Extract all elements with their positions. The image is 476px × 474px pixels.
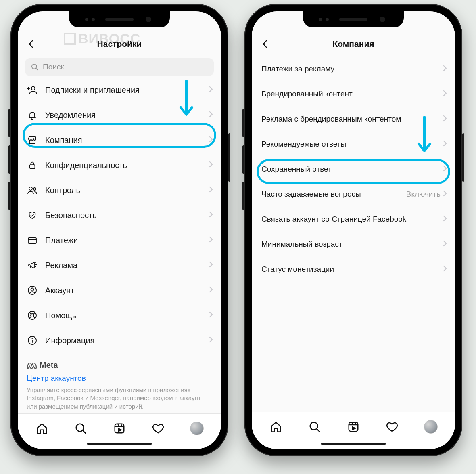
menu-item-ad-payments[interactable]: Платежи за рекламу bbox=[252, 57, 455, 82]
menu-item-supervision[interactable]: Контроль bbox=[18, 178, 221, 203]
menu-item-security[interactable]: Безопасность bbox=[18, 203, 221, 228]
reels-icon bbox=[113, 422, 125, 434]
chevron-right-icon bbox=[209, 136, 213, 144]
menu-label: Уведомления bbox=[45, 111, 202, 120]
screen-right: Компания Платежи за рекламу Брендированн… bbox=[252, 11, 455, 449]
content-left: Настройки Поиск Подписки и приглашения bbox=[18, 11, 221, 413]
chevron-right-icon bbox=[443, 140, 447, 148]
tab-profile[interactable] bbox=[188, 419, 206, 437]
reels-icon bbox=[347, 421, 359, 433]
menu-item-privacy[interactable]: Конфиденциальность bbox=[18, 153, 221, 178]
content-right: Компания Платежи за рекламу Брендированн… bbox=[252, 11, 455, 412]
svg-point-6 bbox=[29, 187, 32, 190]
nav-header: Настройки bbox=[18, 33, 221, 55]
chevron-right-icon bbox=[443, 265, 447, 273]
meta-icon bbox=[27, 362, 37, 369]
svg-rect-5 bbox=[30, 165, 35, 168]
chevron-right-icon bbox=[209, 161, 213, 169]
svg-rect-8 bbox=[28, 238, 36, 243]
phone-frame-right: Компания Платежи за рекламу Брендированн… bbox=[244, 4, 462, 456]
notch bbox=[303, 11, 404, 27]
menu-item-business[interactable]: Компания bbox=[18, 128, 221, 153]
menu-item-faq[interactable]: Часто задаваемые вопросы Включить bbox=[252, 182, 455, 207]
tab-activity[interactable] bbox=[149, 419, 167, 437]
home-icon bbox=[270, 421, 282, 433]
chevron-right-icon bbox=[209, 236, 213, 244]
people-icon bbox=[27, 185, 38, 195]
tab-reels[interactable] bbox=[344, 418, 362, 436]
svg-line-1 bbox=[36, 68, 38, 70]
chevron-left-icon bbox=[28, 40, 34, 48]
search-placeholder: Поиск bbox=[43, 63, 64, 71]
tab-home[interactable] bbox=[267, 418, 285, 436]
chevron-left-icon bbox=[262, 40, 268, 48]
chevron-right-icon bbox=[209, 111, 213, 119]
chevron-right-icon bbox=[209, 336, 213, 344]
menu-item-suggested-replies[interactable]: Рекомендуемые ответы bbox=[252, 132, 455, 157]
tab-search[interactable] bbox=[72, 419, 90, 437]
menu-label: Платежи bbox=[45, 236, 202, 245]
tab-reels[interactable] bbox=[111, 419, 128, 437]
menu-item-branded-ads[interactable]: Реклама с брендированным контентом bbox=[252, 107, 455, 132]
back-button[interactable] bbox=[25, 38, 37, 50]
meta-section: Meta Центр аккаунтов Управляйте кросс-се… bbox=[18, 353, 221, 413]
tab-search[interactable] bbox=[306, 418, 324, 436]
search-icon bbox=[309, 421, 321, 433]
menu-item-follow-invite[interactable]: Подписки и приглашения bbox=[18, 78, 221, 103]
user-plus-icon bbox=[27, 85, 38, 95]
menu-label: Минимальный возраст bbox=[261, 240, 443, 249]
menu-item-saved-reply[interactable]: Сохраненный ответ bbox=[252, 157, 455, 182]
bottom-tab-bar bbox=[18, 413, 221, 449]
bottom-tab-bar bbox=[252, 412, 455, 449]
menu-value: Включить bbox=[406, 190, 441, 199]
tab-home[interactable] bbox=[33, 419, 51, 437]
chevron-right-icon bbox=[443, 215, 447, 223]
settings-menu: Подписки и приглашения Уведомления Компа… bbox=[18, 78, 221, 353]
menu-label: Помощь bbox=[45, 311, 202, 320]
menu-item-ads[interactable]: Реклама bbox=[18, 253, 221, 278]
menu-label: Брендированный контент bbox=[261, 90, 443, 99]
help-icon bbox=[27, 310, 38, 320]
menu-item-payments[interactable]: Платежи bbox=[18, 228, 221, 253]
accounts-center-link[interactable]: Центр аккаунтов bbox=[27, 374, 212, 383]
tab-activity[interactable] bbox=[383, 418, 401, 436]
menu-item-link-facebook[interactable]: Связать аккаунт со Страницей Facebook bbox=[252, 207, 455, 232]
svg-line-10 bbox=[35, 262, 36, 263]
lock-icon bbox=[27, 160, 38, 170]
screen-left: ВИВОСС Настройки Поиск bbox=[18, 11, 221, 449]
menu-item-help[interactable]: Помощь bbox=[18, 303, 221, 328]
search-input[interactable]: Поиск bbox=[25, 58, 214, 76]
menu-label: Конфиденциальность bbox=[45, 161, 202, 170]
chevron-right-icon bbox=[443, 165, 447, 173]
bell-icon bbox=[27, 110, 38, 120]
svg-marker-31 bbox=[119, 428, 122, 432]
chevron-right-icon bbox=[443, 240, 447, 248]
avatar bbox=[424, 420, 438, 434]
menu-label: Рекомендуемые ответы bbox=[261, 140, 443, 149]
card-icon bbox=[27, 235, 38, 245]
svg-line-20 bbox=[33, 317, 35, 318]
info-icon bbox=[27, 336, 38, 345]
menu-item-account[interactable]: Аккаунт bbox=[18, 278, 221, 303]
nav-header: Компания bbox=[252, 33, 455, 55]
menu-item-branded-content[interactable]: Брендированный контент bbox=[252, 82, 455, 107]
menu-label: Связать аккаунт со Страницей Facebook bbox=[261, 215, 443, 224]
menu-item-min-age[interactable]: Минимальный возраст bbox=[252, 232, 455, 257]
megaphone-icon bbox=[27, 260, 38, 270]
meta-description: Управляйте кросс-сервисными функциями в … bbox=[27, 386, 212, 411]
menu-item-about[interactable]: Информация bbox=[18, 328, 221, 353]
menu-label: Контроль bbox=[45, 186, 202, 195]
menu-item-notifications[interactable]: Уведомления bbox=[18, 103, 221, 128]
shop-icon bbox=[27, 135, 38, 145]
menu-label: Платежи за рекламу bbox=[261, 65, 443, 73]
back-button[interactable] bbox=[259, 38, 271, 50]
tab-profile[interactable] bbox=[422, 418, 440, 436]
svg-point-7 bbox=[33, 188, 36, 190]
menu-item-monetization[interactable]: Статус монетизации bbox=[252, 257, 455, 282]
meta-logo: Meta bbox=[27, 361, 212, 370]
chevron-right-icon bbox=[209, 286, 213, 294]
account-icon bbox=[27, 285, 38, 295]
chevron-right-icon bbox=[209, 311, 213, 319]
search-icon bbox=[75, 422, 87, 434]
menu-label: Компания bbox=[45, 136, 202, 145]
